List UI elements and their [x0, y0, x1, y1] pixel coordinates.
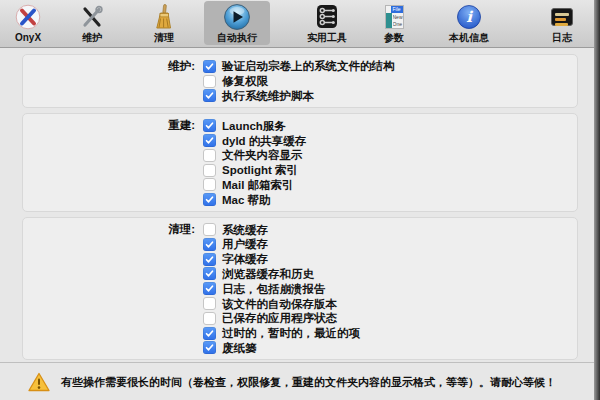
toolbar-item-label: 实用工具: [307, 32, 347, 44]
section-label: 重建:: [23, 118, 203, 133]
checkbox-row: 维护:验证启动宗卷上的系统文件的结构: [23, 59, 569, 74]
checkbox-label: 已保存的应用程序状态: [222, 311, 337, 325]
checkbox[interactable]: [203, 312, 216, 325]
section-label: 清理:: [23, 222, 203, 237]
onyx-window: OnyX维护清理自动执行实用工具FileNewOne参数i本机信息日志 维护:验…: [0, 0, 600, 400]
checkbox[interactable]: [203, 267, 216, 280]
toolbar-item-label: 参数: [384, 32, 404, 44]
checkbox-label: Mac 帮助: [222, 193, 271, 207]
checkbox[interactable]: [203, 223, 216, 236]
checkbox-row: 过时的，暂时的，最近的项: [23, 326, 569, 341]
toolbar-item-info[interactable]: i本机信息: [437, 1, 501, 45]
toolbar-item-label: OnyX: [15, 32, 41, 44]
toolbar-item-cleaning[interactable]: 清理: [138, 1, 190, 45]
checkbox-label: 字体缓存: [222, 252, 268, 266]
group-box-0: 维护:验证启动宗卷上的系统文件的结构修复权限执行系统维护脚本: [22, 54, 578, 108]
toolbar-item-utilities[interactable]: 实用工具: [296, 1, 358, 45]
checkbox-label: Mail 邮箱索引: [222, 178, 294, 192]
checkbox-label: 该文件的自动保存版本: [222, 297, 337, 311]
checkbox-label: 用户缓存: [222, 237, 268, 251]
checkbox-row: 浏览器缓存和历史: [23, 267, 569, 282]
toolbar-item-label: 日志: [552, 32, 572, 44]
checkbox-row: Mac 帮助: [23, 192, 569, 207]
checkbox-label: 执行系统维护脚本: [222, 89, 314, 103]
warning-triangle-icon: [28, 372, 50, 392]
checkbox-label: 系统缓存: [222, 223, 268, 237]
group-box-2: 清理:系统缓存用户缓存字体缓存浏览器缓存和历史日志，包括崩溃报告该文件的自动保存…: [22, 217, 578, 360]
checkbox[interactable]: [203, 253, 216, 266]
checkbox-row: 执行系统维护脚本: [23, 89, 569, 104]
checkbox-label: 过时的，暂时的，最近的项: [222, 326, 360, 340]
checkbox-label: 文件夹内容显示: [222, 148, 303, 162]
checkbox[interactable]: [203, 178, 216, 191]
group-box-1: 重建:Launch服务dyld 的共享缓存文件夹内容显示Spotlight 索引…: [22, 113, 578, 212]
toolbar-item-maintenance[interactable]: 维护: [66, 1, 118, 45]
checkbox[interactable]: [203, 119, 216, 132]
checkbox-label: Launch服务: [222, 119, 286, 133]
toolbar-item-label: 自动执行: [217, 32, 257, 44]
menu-panel-icon: FileNewOne: [385, 3, 404, 30]
toolbar-item-logs[interactable]: 日志: [535, 1, 589, 45]
checkbox-row: dyld 的共享缓存: [23, 133, 569, 148]
content-area: 维护:验证启动宗卷上的系统文件的结构修复权限执行系统维护脚本重建:Launch服…: [0, 48, 594, 365]
checkbox-row: 该文件的自动保存版本: [23, 296, 569, 311]
checkbox-label: Spotlight 索引: [222, 163, 298, 177]
checkbox[interactable]: [203, 134, 216, 147]
checkbox-row: 日志，包括崩溃报告: [23, 281, 569, 296]
checkbox[interactable]: [203, 60, 216, 73]
checkbox[interactable]: [203, 149, 216, 162]
crossed-tools-icon: [79, 3, 105, 30]
checkbox-row: Mail 邮箱索引: [23, 178, 569, 193]
checkbox-label: dyld 的共享缓存: [222, 134, 306, 148]
broom-icon: [151, 3, 177, 30]
checkbox-label: 浏览器缓存和历史: [222, 267, 314, 281]
toolbar-item-automation[interactable]: 自动执行: [204, 1, 270, 45]
toolbar-item-label: 本机信息: [449, 32, 489, 44]
checkbox-row: 文件夹内容显示: [23, 148, 569, 163]
checkbox-row: 字体缓存: [23, 252, 569, 267]
utilities-stack-icon: [314, 3, 340, 30]
checkbox-row: 修复权限: [23, 74, 569, 89]
checkbox-row: 清理:系统缓存: [23, 222, 569, 237]
log-panel-icon: [551, 3, 573, 30]
checkbox-row: 用户缓存: [23, 237, 569, 252]
checkbox-row: 废纸篓: [23, 341, 569, 356]
checkbox[interactable]: [203, 75, 216, 88]
warning-bar: 有些操作需要很长的时间（卷检查，权限修复，重建的文件夹内容的显示格式，等等）。请…: [0, 362, 600, 400]
checkbox[interactable]: [203, 238, 216, 251]
window-right-edge: [594, 0, 600, 400]
toolbar-item-parameters[interactable]: FileNewOne参数: [369, 1, 419, 45]
toolbar-item-label: 清理: [154, 32, 174, 44]
checkbox[interactable]: [203, 341, 216, 354]
play-icon: [223, 3, 251, 30]
checkbox-label: 修复权限: [222, 74, 268, 88]
onyx-logo-icon: [15, 3, 41, 30]
checkbox[interactable]: [203, 89, 216, 102]
info-icon: i: [456, 3, 482, 30]
checkbox-row: 已保存的应用程序状态: [23, 311, 569, 326]
checkbox-label: 日志，包括崩溃报告: [222, 282, 326, 296]
checkbox[interactable]: [203, 282, 216, 295]
checkbox-label: 验证启动宗卷上的系统文件的结构: [222, 59, 395, 73]
checkbox[interactable]: [203, 193, 216, 206]
toolbar-item-label: 维护: [82, 32, 102, 44]
checkbox-label: 废纸篓: [222, 341, 257, 355]
warning-text: 有些操作需要很长的时间（卷检查，权限修复，重建的文件夹内容的显示格式，等等）。请…: [61, 375, 570, 389]
toolbar-item-onyx[interactable]: OnyX: [6, 1, 50, 45]
toolbar: OnyX维护清理自动执行实用工具FileNewOne参数i本机信息日志: [0, 0, 600, 48]
checkbox[interactable]: [203, 327, 216, 340]
checkbox-row: Spotlight 索引: [23, 163, 569, 178]
checkbox-row: 重建:Launch服务: [23, 118, 569, 133]
section-label: 维护:: [23, 59, 203, 74]
checkbox[interactable]: [203, 164, 216, 177]
checkbox[interactable]: [203, 297, 216, 310]
